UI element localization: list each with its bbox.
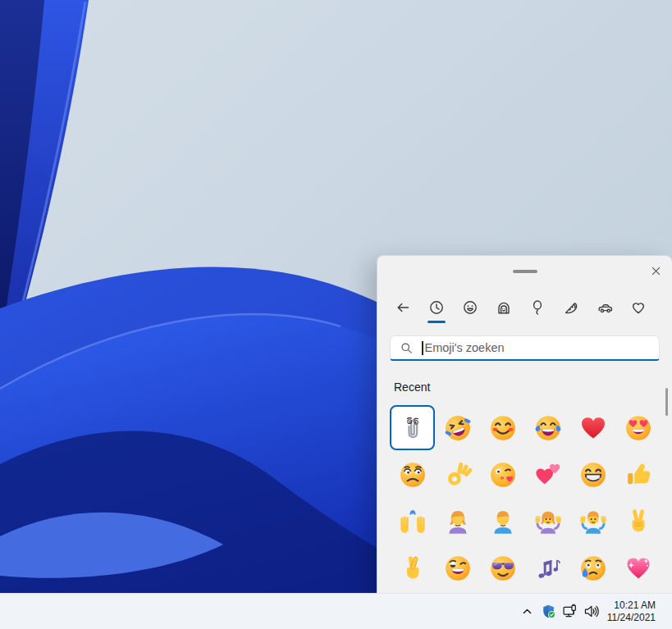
emoji-unamused[interactable]	[390, 452, 435, 497]
clock-time: 10:21 AM	[607, 599, 656, 612]
man-shrug-emoji-icon	[578, 507, 608, 536]
woman-shrug-emoji-icon	[533, 507, 563, 536]
emoji-woman-facepalm[interactable]	[435, 499, 480, 544]
tab-celebrations[interactable]	[522, 294, 553, 321]
chevron-up-button[interactable]	[517, 600, 538, 623]
windows-security-icon	[541, 604, 556, 619]
emoji-paperclip[interactable]	[390, 405, 435, 450]
emoji-victory[interactable]	[615, 499, 661, 544]
two-hearts-emoji-icon	[533, 460, 563, 490]
woman-facepalm-emoji-icon	[443, 507, 473, 536]
sunglasses-emoji-icon	[488, 554, 518, 583]
back-arrow-icon	[395, 299, 411, 316]
windows-security-button[interactable]	[538, 600, 560, 623]
chevron-up-icon	[521, 605, 533, 618]
crossed-fingers-emoji-icon	[398, 554, 427, 583]
balloon-icon	[529, 299, 546, 316]
network-button[interactable]	[560, 600, 581, 623]
emoji-man-facepalm[interactable]	[480, 499, 525, 544]
search-icon	[391, 342, 413, 354]
emoji-grin[interactable]	[570, 452, 615, 497]
search-input[interactable]	[423, 341, 660, 354]
desktop: Recent 10:21 AM 11/24/2021	[0, 0, 672, 629]
cry-emoji-icon	[578, 554, 608, 583]
emoji-heart-eyes[interactable]	[615, 405, 661, 450]
emoji-wink[interactable]	[435, 545, 480, 590]
person-icon	[496, 299, 512, 316]
tab-symbols[interactable]	[623, 294, 654, 321]
ok-hand-emoji-icon	[443, 460, 473, 490]
paperclip-emoji-icon	[398, 413, 427, 443]
scrollbar-thumb[interactable]	[665, 388, 668, 416]
clock-date: 11/24/2021	[607, 612, 656, 624]
sparkling-heart-emoji-icon	[624, 554, 653, 583]
joy-emoji-icon	[533, 413, 563, 443]
man-facepalm-emoji-icon	[488, 507, 518, 536]
emoji-musical-notes[interactable]	[525, 545, 570, 590]
drag-handle[interactable]	[513, 270, 537, 273]
emoji-rofl[interactable]	[435, 405, 480, 450]
emoji-woman-shrug[interactable]	[525, 499, 570, 544]
search-box	[390, 335, 660, 361]
tab-transport[interactable]	[589, 294, 620, 321]
emoji-cry[interactable]	[570, 545, 615, 590]
pizza-icon	[563, 299, 579, 316]
emoji-kissing-heart[interactable]	[480, 452, 525, 497]
rofl-emoji-icon	[443, 413, 473, 443]
smiley-icon	[462, 299, 478, 316]
recent-clock-icon	[428, 299, 445, 316]
heart-eyes-emoji-icon	[624, 413, 653, 443]
tab-food[interactable]	[555, 294, 587, 321]
tab-people[interactable]	[488, 294, 519, 321]
emoji-smiling-blush[interactable]	[480, 405, 525, 450]
raising-hands-emoji-icon	[398, 507, 427, 536]
emoji-sparkling-heart[interactable]	[615, 545, 661, 590]
emoji-two-hearts[interactable]	[525, 452, 570, 497]
tab-smileys[interactable]	[455, 294, 486, 321]
heart-outline-icon	[630, 299, 647, 316]
section-title: Recent	[394, 381, 430, 394]
smiling-blush-emoji-icon	[488, 413, 518, 443]
emoji-crossed-fingers[interactable]	[390, 545, 435, 590]
emoji-red-heart[interactable]	[570, 405, 615, 450]
selected-tab-indicator	[427, 321, 446, 323]
kissing-heart-emoji-icon	[488, 460, 518, 490]
taskbar: 10:21 AM 11/24/2021	[0, 593, 672, 629]
red-heart-emoji-icon	[578, 413, 608, 443]
network-icon	[562, 604, 578, 619]
emoji-joy[interactable]	[525, 405, 570, 450]
tab-recent[interactable]	[421, 294, 452, 321]
emoji-grid	[390, 405, 661, 592]
emoji-sunglasses[interactable]	[480, 545, 525, 590]
thumbs-up-emoji-icon	[624, 460, 653, 490]
vehicle-icon	[597, 299, 613, 316]
volume-button[interactable]	[581, 600, 602, 623]
volume-icon	[583, 604, 599, 619]
close-icon	[651, 264, 661, 279]
tab-back[interactable]	[387, 294, 418, 321]
unamused-emoji-icon	[398, 460, 427, 490]
musical-notes-emoji-icon	[533, 554, 563, 583]
taskbar-clock[interactable]: 10:21 AM 11/24/2021	[607, 599, 656, 624]
victory-emoji-icon	[624, 507, 653, 536]
grin-emoji-icon	[578, 460, 608, 490]
emoji-thumbs-up[interactable]	[615, 452, 661, 497]
wink-emoji-icon	[443, 554, 473, 583]
emoji-man-shrug[interactable]	[570, 499, 615, 544]
emoji-raising-hands[interactable]	[390, 499, 435, 544]
emoji-picker-panel: Recent	[377, 255, 672, 593]
close-button[interactable]	[646, 262, 665, 281]
category-tabs	[387, 294, 654, 321]
emoji-ok-hand[interactable]	[435, 452, 480, 497]
